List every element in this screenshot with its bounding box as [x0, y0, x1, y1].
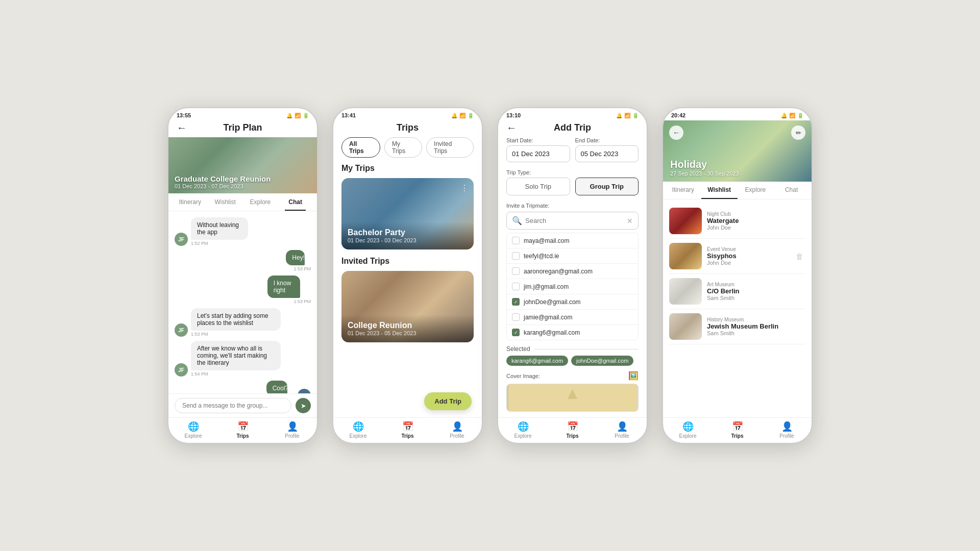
back-button-3[interactable]: ←: [506, 122, 517, 134]
tab-invited-trips[interactable]: Invited Trips: [426, 137, 474, 158]
trip-type-label: Trip Type:: [506, 169, 639, 176]
trips-icon-2: 📅: [402, 421, 413, 432]
solo-trip-button[interactable]: Solo Trip: [506, 178, 570, 195]
trip-card-info-bachelor: Bachelor Party 01 Dec 2023 - 03 Dec 2023: [341, 222, 474, 249]
nav-explore-1[interactable]: 🌐 Explore: [168, 421, 218, 439]
upload-cover-icon[interactable]: 🖼️: [628, 371, 639, 381]
tab-my-trips[interactable]: My Trips: [384, 137, 422, 158]
email-item-karang[interactable]: ✓ karang6@gmail.com: [507, 325, 638, 340]
tab-wishlist-4[interactable]: Wishlist: [701, 182, 738, 199]
checkbox-aaron[interactable]: [512, 267, 520, 275]
nav-profile-2[interactable]: 👤 Profile: [432, 421, 482, 439]
start-date-label: Start Date:: [506, 137, 570, 143]
nav-label-profile-4: Profile: [779, 433, 794, 439]
wishlist-cat-sisyphos: Event Venue: [707, 246, 789, 252]
tab-explore-4[interactable]: Explore: [738, 182, 774, 199]
nav-trips-3[interactable]: 📅 Trips: [548, 421, 597, 439]
status-bar-1: 13:55 🔔 📶 🔋: [168, 108, 317, 120]
trip-card-college[interactable]: College Reunion 01 Dec 2023 - 05 Dec 202…: [341, 271, 474, 342]
invite-search-input[interactable]: [525, 217, 624, 224]
chat-input[interactable]: [175, 398, 291, 413]
email-item-maya[interactable]: maya@mail.com: [507, 233, 638, 248]
end-date-group: End Date: 05 Dec 2023: [575, 137, 639, 162]
holiday-hero-info: Holiday 27 Sep 2023 - 30 Sep 2023: [670, 159, 739, 177]
profile-icon-4: 👤: [781, 421, 793, 432]
tab-wishlist[interactable]: Wishlist: [208, 193, 243, 211]
nav-label-explore-1: Explore: [185, 433, 202, 439]
wishlist-name-watergate: Watergate: [707, 217, 805, 224]
nav-profile-4[interactable]: 👤 Profile: [762, 421, 812, 439]
nav-trips-2[interactable]: 📅 Trips: [383, 421, 432, 439]
selected-tag-johndoe[interactable]: johnDoe@gmail.com: [571, 356, 633, 366]
start-date-input[interactable]: 01 Dec 2023: [506, 145, 570, 162]
msg-received-2: Let's start by adding some places to the…: [191, 308, 281, 331]
profile-icon-1: 👤: [287, 421, 298, 432]
email-teefyl: teefyl@tcd.ie: [524, 253, 559, 260]
page-title-3: Add Trip: [554, 122, 591, 133]
add-trip-button[interactable]: Add Trip: [424, 392, 472, 410]
delete-button-sisyphos[interactable]: 🗑: [794, 250, 805, 263]
trip-card-bachelor[interactable]: ⋮ Bachelor Party 01 Dec 2023 - 03 Dec 20…: [341, 178, 474, 249]
wishlist-thumb-nightclub: [669, 208, 702, 234]
msg-sent-1: Hey!: [286, 250, 305, 265]
cover-image-label: Cover Image: 🖼️: [506, 371, 639, 381]
wishlist-thumb-jewish: [669, 313, 702, 340]
trips-header: Trips: [333, 120, 482, 137]
msg-sent-3: Cool?: [266, 381, 288, 393]
nav-explore-4[interactable]: 🌐 Explore: [663, 421, 713, 439]
wishlist-list: Night Club Watergate John Doe Event Venu…: [663, 199, 812, 417]
nav-label-explore-3: Explore: [514, 433, 532, 439]
nav-explore-3[interactable]: 🌐 Explore: [498, 421, 548, 439]
tab-chat-4[interactable]: Chat: [773, 182, 810, 199]
holiday-title: Holiday: [670, 159, 739, 170]
back-button-4[interactable]: ←: [669, 126, 683, 140]
trip-hero-image: Graduate College Reunion 01 Dec 2023 - 0…: [168, 137, 317, 193]
time-4: 20:42: [671, 112, 685, 118]
wishlist-user-4: Sam Smith: [707, 330, 805, 336]
clear-search-icon[interactable]: ✕: [627, 217, 633, 225]
end-date-label: End Date:: [575, 137, 639, 143]
time-3: 13:10: [506, 112, 521, 118]
email-item-jim[interactable]: jim.j@gmail.com: [507, 279, 638, 294]
wishlist-item-sisyphos: Event Venue Sisyphos John Doe 🗑: [669, 239, 805, 274]
trip-type-row: Solo Trip Group Trip: [506, 178, 639, 195]
checkbox-jamie[interactable]: [512, 313, 520, 321]
checkbox-maya[interactable]: [512, 237, 520, 244]
checkbox-teefyl[interactable]: [512, 252, 520, 260]
wishlist-info-coberlin: Art Museum C/O Berlin Sam Smith: [707, 282, 805, 301]
nav-profile-1[interactable]: 👤 Profile: [267, 421, 317, 439]
email-item-johndoe[interactable]: ✓ johnDoe@gmail.com: [507, 294, 638, 310]
search-icon-3: 🔍: [512, 216, 522, 226]
email-item-aaron[interactable]: aaronoregan@gmail.com: [507, 264, 638, 279]
checkbox-jim[interactable]: [512, 283, 520, 290]
chat-message-row-3: JF After we know who all is coming, we'l…: [175, 341, 311, 377]
back-button-1[interactable]: ←: [177, 122, 187, 134]
nav-label-trips-1: Trips: [237, 433, 249, 439]
msg-received-3: After we know who all is coming, we'll s…: [191, 341, 281, 370]
nav-label-explore-4: Explore: [679, 433, 697, 439]
tab-itinerary-4[interactable]: Itinerary: [665, 182, 701, 199]
time-1: 13:55: [177, 112, 191, 118]
chat-input-area: ➤: [168, 393, 317, 417]
tab-explore[interactable]: Explore: [243, 193, 278, 211]
nav-profile-3[interactable]: 👤 Profile: [597, 421, 647, 439]
nav-trips-4[interactable]: 📅 Trips: [713, 421, 762, 439]
email-item-teefyl[interactable]: teefyl@tcd.ie: [507, 248, 638, 264]
nav-explore-2[interactable]: 🌐 Explore: [333, 421, 383, 439]
nav-trips-1[interactable]: 📅 Trips: [218, 421, 267, 439]
avatar-jf: JF: [175, 233, 188, 246]
tab-chat[interactable]: Chat: [278, 193, 313, 211]
group-trip-button[interactable]: Group Trip: [575, 178, 639, 195]
end-date-input[interactable]: 05 Dec 2023: [575, 145, 639, 162]
selected-tag-karang[interactable]: karang6@gmail.com: [506, 356, 568, 366]
edit-button-4[interactable]: ✏: [791, 126, 805, 140]
send-button[interactable]: ➤: [296, 398, 311, 413]
tab-all-trips[interactable]: All Trips: [341, 137, 380, 158]
checkbox-johndoe[interactable]: ✓: [512, 298, 520, 306]
checkbox-karang[interactable]: ✓: [512, 329, 520, 336]
tab-itinerary[interactable]: Itinerary: [173, 193, 208, 211]
wishlist-user-3: Sam Smith: [707, 295, 805, 301]
trips-list: My Trips ⋮ Bachelor Party 01 Dec 2023 - …: [333, 164, 482, 417]
email-item-jamie[interactable]: jamie@gmail.com: [507, 310, 638, 325]
card-menu-icon[interactable]: ⋮: [460, 183, 469, 193]
